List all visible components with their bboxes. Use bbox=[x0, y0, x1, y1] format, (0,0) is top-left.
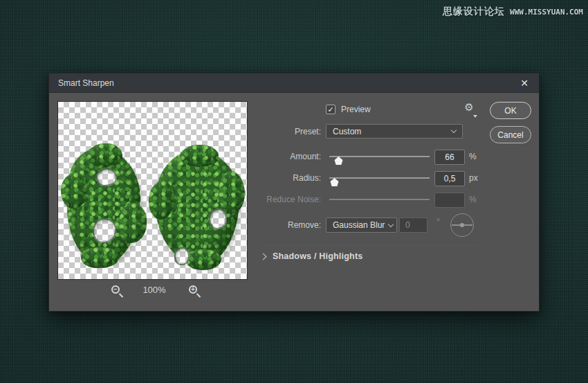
radius-label: Radius: bbox=[222, 172, 321, 184]
amount-input[interactable]: 66 bbox=[434, 150, 465, 165]
gear-icon: ⚙ bbox=[460, 101, 478, 114]
gear-menu-button[interactable]: ⚙ bbox=[460, 101, 478, 118]
amount-unit: % bbox=[469, 151, 477, 162]
preset-label: Preset: bbox=[222, 126, 321, 137]
shadows-highlights-label: Shadows / Highlights bbox=[273, 251, 362, 261]
chevron-right-icon bbox=[260, 253, 267, 260]
zoom-in-icon[interactable]: + bbox=[189, 285, 197, 294]
remove-dropdown[interactable]: Gaussian Blur bbox=[326, 217, 397, 233]
section-divider bbox=[260, 244, 479, 245]
preview-zoom-controls: − 100% + bbox=[57, 284, 248, 299]
gear-caret-icon bbox=[473, 115, 477, 118]
angle-dial bbox=[450, 213, 474, 237]
smart-sharpen-dialog: Smart Sharpen ✕ − bbox=[48, 73, 540, 312]
amount-slider-thumb[interactable] bbox=[334, 157, 343, 165]
radius-unit: px bbox=[469, 172, 478, 184]
angle-unit: ° bbox=[437, 216, 440, 227]
shadows-highlights-header[interactable]: Shadows / Highlights bbox=[261, 251, 362, 261]
chevron-down-icon bbox=[451, 127, 457, 133]
amount-label: Amount: bbox=[222, 151, 321, 162]
cancel-button[interactable]: Cancel bbox=[490, 126, 531, 143]
preview-checkbox[interactable]: ✓ bbox=[326, 105, 336, 114]
preview-checkbox-label: Preview bbox=[341, 104, 371, 115]
radius-slider-thumb[interactable] bbox=[330, 178, 339, 186]
preset-dropdown[interactable]: Custom bbox=[326, 124, 463, 139]
leaf-letter-left bbox=[67, 149, 140, 263]
preview-image[interactable] bbox=[57, 101, 248, 280]
watermark: 思缘设计论坛 WWW.MISSYUAN.COM bbox=[443, 6, 583, 18]
reduce-noise-slider-track bbox=[329, 199, 430, 200]
reduce-noise-unit: % bbox=[469, 194, 477, 205]
remove-label: Remove: bbox=[222, 220, 321, 231]
angle-input: 0 bbox=[399, 217, 428, 233]
zoom-level-label: 100% bbox=[123, 285, 185, 295]
dialog-title: Smart Sharpen bbox=[49, 78, 114, 88]
dialog-titlebar[interactable]: Smart Sharpen ✕ bbox=[49, 73, 539, 93]
watermark-url: WWW.MISSYUAN.COM bbox=[510, 8, 583, 17]
zoom-out-icon[interactable]: − bbox=[111, 285, 120, 294]
preset-value: Custom bbox=[327, 127, 448, 136]
amount-slider-track[interactable] bbox=[329, 156, 430, 157]
remove-value: Gaussian Blur bbox=[327, 220, 385, 230]
reduce-noise-label: Reduce Noise: bbox=[222, 194, 321, 205]
ok-button[interactable]: OK bbox=[490, 102, 531, 119]
chevron-down-icon bbox=[388, 221, 394, 226]
leaf-letter-right bbox=[155, 150, 239, 265]
radius-slider-track[interactable] bbox=[329, 177, 430, 179]
reduce-noise-input bbox=[434, 193, 465, 208]
watermark-site-name: 思缘设计论坛 bbox=[443, 6, 505, 18]
close-icon[interactable]: ✕ bbox=[514, 73, 535, 93]
radius-input[interactable]: 0,5 bbox=[434, 171, 465, 186]
